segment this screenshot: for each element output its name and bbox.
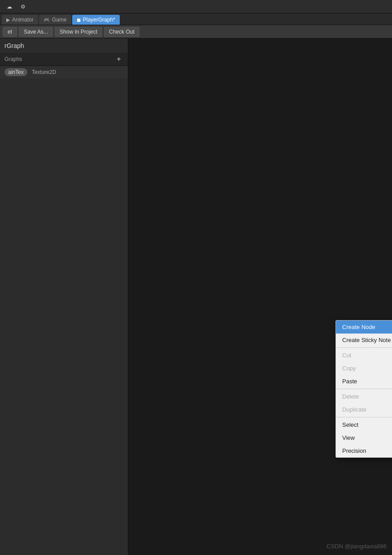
check-out-button[interactable]: Check Out (104, 27, 139, 37)
context-menu-item-paste[interactable]: Paste (336, 375, 392, 388)
tab-animator-label: Animator (12, 17, 34, 23)
sidebar-item-row: ainTex Texture2D (0, 66, 128, 78)
game-tab-icon: 🎮 (44, 17, 50, 23)
create-sticky-note-label: Create Sticky Note (342, 337, 391, 343)
delete-label: Delete (342, 393, 359, 400)
sidebar-item-type: Texture2D (32, 69, 57, 75)
sidebar: rGraph Graphs + ainTex Texture2D (0, 39, 128, 555)
tab-animator[interactable]: ▶ Animator (2, 15, 38, 25)
context-menu-item-create-node[interactable]: Create Node (336, 321, 392, 334)
watermark: CSDN @jiangdaxia886 (327, 543, 387, 550)
top-bar: ☁ ⚙ (0, 0, 392, 13)
context-menu-item-cut: Cut (336, 349, 392, 362)
cut-label: Cut (342, 352, 351, 359)
tab-game[interactable]: 🎮 Game (39, 15, 71, 25)
context-menu-item-duplicate: Duplicate (336, 403, 392, 416)
animator-tab-icon: ▶ (6, 17, 10, 23)
toolbar: et Save As... Show In Project Check Out (0, 25, 392, 39)
cloud-icon-btn[interactable]: ☁ (4, 2, 15, 12)
select-label: Select (342, 421, 358, 428)
tab-playergraph-label: PlayerGraph* (83, 17, 115, 23)
divider-3 (336, 417, 392, 417)
save-as-button[interactable]: Save As... (19, 27, 53, 37)
paste-label: Paste (342, 378, 357, 385)
tab-playergraph[interactable]: ◼ PlayerGraph* (72, 15, 120, 25)
context-menu-item-copy: Copy (336, 362, 392, 375)
create-node-label: Create Node (342, 324, 375, 330)
context-menu-item-view[interactable]: View › (336, 431, 392, 444)
divider-1 (336, 347, 392, 348)
settings-icon-btn[interactable]: ⚙ (17, 2, 29, 12)
sidebar-header: rGraph (0, 39, 128, 53)
sidebar-item-chip: ainTex (4, 68, 27, 76)
context-menu-item-select[interactable]: Select › (336, 418, 392, 431)
sidebar-section-label: Graphs (4, 56, 22, 62)
cloud-icon: ☁ (7, 4, 12, 10)
context-menu: Create Node Create Sticky Note Cut Copy … (335, 320, 392, 458)
sidebar-section-graphs: Graphs + (0, 53, 128, 66)
settings-icon: ⚙ (21, 4, 26, 10)
tab-game-label: Game (52, 17, 67, 23)
duplicate-label: Duplicate (342, 406, 366, 413)
asset-button[interactable]: et (3, 27, 17, 37)
playergraph-tab-icon: ◼ (77, 17, 81, 23)
context-menu-item-precision[interactable]: Precision › (336, 444, 392, 457)
show-in-project-button[interactable]: Show In Project (55, 27, 102, 37)
sidebar-title: rGraph (4, 42, 24, 49)
context-menu-item-delete: Delete (336, 390, 392, 403)
view-label: View (342, 434, 355, 441)
precision-label: Precision (342, 447, 366, 454)
copy-label: Copy (342, 365, 356, 372)
canvas-area[interactable]: Create Node Create Sticky Note Cut Copy … (128, 39, 392, 555)
main-layout: rGraph Graphs + ainTex Texture2D Create … (0, 39, 392, 555)
sidebar-add-button[interactable]: + (114, 55, 123, 64)
context-menu-item-create-sticky-note[interactable]: Create Sticky Note (336, 334, 392, 347)
tab-bar: ▶ Animator 🎮 Game ◼ PlayerGraph* (0, 13, 392, 25)
divider-2 (336, 389, 392, 389)
